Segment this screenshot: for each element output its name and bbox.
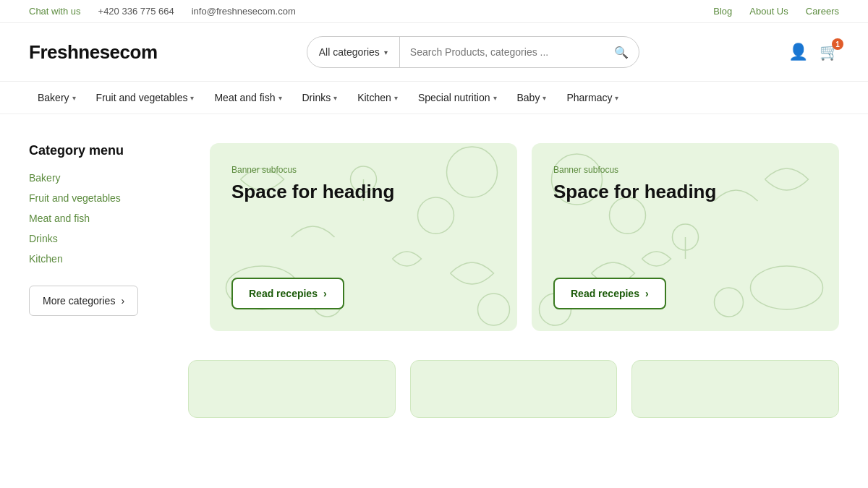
nav-label-drinks: Drinks xyxy=(302,92,331,103)
search-category-label: All categories xyxy=(319,46,380,58)
bottom-card-3 xyxy=(631,360,839,418)
list-item: Fruit and vegetables xyxy=(29,192,188,205)
blog-link[interactable]: Blog xyxy=(713,6,732,17)
nav-label-fruit: Fruit and vegetables xyxy=(96,92,188,103)
careers-link[interactable]: Careers xyxy=(806,6,839,17)
nav-item-fruit[interactable]: Fruit and vegetables ▾ xyxy=(88,82,203,114)
category-menu-title: Category menu xyxy=(29,143,188,158)
read-recipes-button-1[interactable]: Read recepies › xyxy=(231,278,344,309)
chevron-down-icon: ▾ xyxy=(542,94,546,102)
about-us-link[interactable]: About Us xyxy=(749,6,788,17)
banner-heading-1: Space for heading xyxy=(231,181,495,203)
list-item: Meat and fish xyxy=(29,212,188,225)
main-content: Category menu Bakery Fruit and vegetable… xyxy=(0,114,868,360)
sidebar-item-bakery[interactable]: Bakery xyxy=(29,172,61,184)
chevron-right-icon-2: › xyxy=(645,288,649,299)
sidebar-item-fruit[interactable]: Fruit and vegetables xyxy=(29,192,121,204)
cart-button[interactable]: 🛒 1 xyxy=(820,43,839,61)
topbar: Chat with us +420 336 775 664 info@fresh… xyxy=(0,0,868,23)
banner-btn-label-2: Read recepies xyxy=(571,288,639,299)
cart-badge: 1 xyxy=(832,38,843,50)
sidebar-item-kitchen[interactable]: Kitchen xyxy=(29,253,63,265)
nav-item-drinks[interactable]: Drinks ▾ xyxy=(294,82,346,114)
header-icons: 👤 🛒 1 xyxy=(788,43,839,61)
chevron-down-icon: ▾ xyxy=(333,94,337,102)
header: Freshnesecom All categories ▾ 🔍 👤 🛒 1 xyxy=(0,23,868,82)
more-categories-button[interactable]: More categories › xyxy=(29,286,138,316)
category-sidebar: Category menu Bakery Fruit and vegetable… xyxy=(29,143,188,331)
nav-item-meat[interactable]: Meat and fish ▾ xyxy=(205,82,290,114)
svg-point-10 xyxy=(715,288,744,317)
nav-item-bakery[interactable]: Bakery ▾ xyxy=(29,82,85,114)
nav-item-special[interactable]: Special nutrition ▾ xyxy=(409,82,506,114)
chevron-down-icon: ▾ xyxy=(493,94,497,102)
topbar-right: Blog About Us Careers xyxy=(713,6,839,17)
list-item: Bakery xyxy=(29,171,188,184)
banner-subfocus-1: Banner subfocus xyxy=(231,165,495,175)
user-icon: 👤 xyxy=(788,43,808,61)
nav-item-kitchen[interactable]: Kitchen ▾ xyxy=(349,82,407,114)
banner-section: Banner subfocus Space for heading Read r… xyxy=(210,143,839,331)
bottom-card-2 xyxy=(410,360,618,418)
banner-subfocus-2: Banner subfocus xyxy=(553,165,817,175)
sidebar-item-meat[interactable]: Meat and fish xyxy=(29,213,90,224)
banner-content-top-2: Banner subfocus Space for heading xyxy=(553,165,817,203)
nav-item-baby[interactable]: Baby ▾ xyxy=(509,82,556,114)
search-input[interactable] xyxy=(400,46,604,58)
list-item: Kitchen xyxy=(29,252,188,265)
banner-card-2: Banner subfocus Space for heading Read r… xyxy=(532,143,839,331)
search-bar: All categories ▾ 🔍 xyxy=(307,36,639,68)
main-nav: Bakery ▾ Fruit and vegetables ▾ Meat and… xyxy=(0,82,868,114)
chevron-down-icon: ▾ xyxy=(278,94,282,102)
chevron-down-icon: ▾ xyxy=(190,94,194,102)
nav-label-special: Special nutrition xyxy=(418,92,490,103)
bottom-card-1 xyxy=(188,360,396,418)
banner-btn-label-1: Read recepies xyxy=(249,288,318,299)
svg-point-6 xyxy=(478,294,510,325)
account-button[interactable]: 👤 xyxy=(788,43,808,61)
search-button[interactable]: 🔍 xyxy=(604,46,639,59)
chevron-right-icon: › xyxy=(121,295,124,307)
svg-point-9 xyxy=(751,266,823,309)
nav-label-kitchen: Kitchen xyxy=(357,92,391,103)
phone-number: +420 336 775 664 xyxy=(98,6,174,17)
site-logo[interactable]: Freshnesecom xyxy=(29,41,158,64)
search-category-dropdown[interactable]: All categories ▾ xyxy=(307,37,400,67)
nav-item-pharmacy[interactable]: Pharmacy ▾ xyxy=(558,82,627,114)
chevron-down-icon: ▾ xyxy=(394,94,398,102)
banner-card-1: Banner subfocus Space for heading Read r… xyxy=(210,143,517,331)
nav-label-baby: Baby xyxy=(517,92,540,103)
banner-content-top: Banner subfocus Space for heading xyxy=(231,165,495,203)
nav-label-bakery: Bakery xyxy=(38,92,69,103)
chevron-right-icon: › xyxy=(323,288,327,299)
chevron-down-icon: ▾ xyxy=(72,94,76,102)
chat-label[interactable]: Chat with us xyxy=(29,6,81,17)
read-recipes-button-2[interactable]: Read recepies › xyxy=(553,278,666,309)
more-categories-label: More categories xyxy=(43,295,115,307)
banner-heading-2: Space for heading xyxy=(553,181,817,203)
chevron-down-icon: ▾ xyxy=(615,94,618,102)
chevron-down-icon: ▾ xyxy=(384,48,388,56)
sidebar-item-drinks[interactable]: Drinks xyxy=(29,233,58,244)
search-icon: 🔍 xyxy=(614,46,629,59)
topbar-left: Chat with us +420 336 775 664 info@fresh… xyxy=(29,6,296,17)
bottom-row xyxy=(0,360,868,447)
email-address: info@freshnesecom.com xyxy=(192,6,296,17)
list-item: Drinks xyxy=(29,232,188,245)
nav-label-pharmacy: Pharmacy xyxy=(566,92,612,103)
category-list: Bakery Fruit and vegetables Meat and fis… xyxy=(29,171,188,265)
nav-label-meat: Meat and fish xyxy=(214,92,275,103)
